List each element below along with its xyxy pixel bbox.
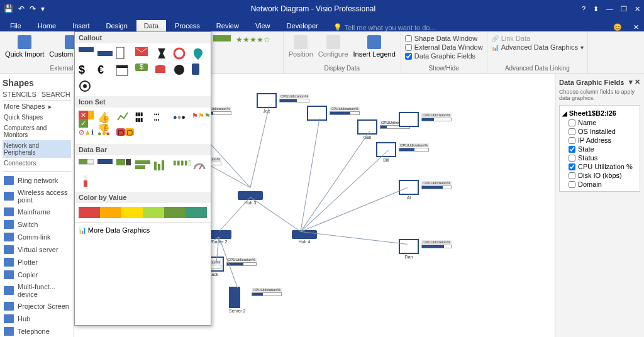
databar-item[interactable] [192, 159, 207, 172]
iconset-item[interactable]: ●●● [97, 128, 113, 140]
databar-item[interactable] [79, 159, 94, 172]
iconset-item[interactable]: ✕!✓ [79, 111, 94, 124]
insert-legend-button[interactable]: Insert Legend [352, 34, 397, 59]
more-data-graphics[interactable]: 📊 More Data Graphics [75, 222, 211, 238]
tell-me-search[interactable]: 💡 Tell me what you want to do... [333, 23, 436, 31]
cat-computers[interactable]: Computers and Monitors [3, 123, 71, 140]
shape-stencil-item[interactable]: Hub [3, 312, 71, 325]
shape-stencil-item[interactable]: Multi-funct... device [3, 281, 71, 300]
field-checkbox[interactable]: OS Installed [562, 127, 637, 136]
diagram-node[interactable]: Dan [399, 239, 419, 259]
databar-item[interactable] [135, 159, 150, 172]
callout-item[interactable] [173, 64, 188, 76]
search-tab[interactable]: SEARCH [42, 91, 70, 98]
shape-stencil-item[interactable]: Wireless access point [3, 187, 71, 206]
field-checkbox[interactable]: Domain [562, 180, 637, 189]
help-icon[interactable]: ? [582, 5, 586, 13]
shape-stencil-item[interactable]: Copier [3, 268, 71, 281]
iconset-item[interactable]: ▪▪▪▪▪▪ [154, 111, 169, 124]
shape-stencil-item[interactable]: Ring network [3, 174, 71, 187]
databar-item[interactable]: ▮▮▮▮▯ [173, 159, 188, 172]
shape-stencil-item[interactable]: Telephone [3, 325, 71, 337]
databar-item[interactable] [116, 159, 131, 172]
iconset-item[interactable]: 👍👎 [97, 111, 113, 124]
callout-item[interactable] [116, 64, 131, 76]
diagram-node[interactable]: Joe [257, 93, 277, 113]
callout-item[interactable] [192, 64, 207, 76]
emoji-icon[interactable]: 😊 [608, 23, 627, 31]
iconset-item[interactable]: ⚑⚑⚑ [192, 111, 207, 124]
shape-stencil-item[interactable]: Projector Screen [3, 300, 71, 312]
diagram-node[interactable]: Server 2 [229, 287, 245, 313]
tab-home[interactable]: Home [30, 20, 64, 31]
iconset-item[interactable] [116, 111, 131, 124]
undo-icon[interactable]: ↶ [18, 4, 25, 13]
tab-process[interactable]: Process [167, 20, 208, 31]
shape-data-window-checkbox[interactable]: Shape Data Window [405, 34, 483, 43]
quick-import-button[interactable]: Quick Import [4, 34, 45, 59]
data-graphic-fields-checkbox[interactable]: Data Graphic Fields [405, 52, 483, 60]
shape-stencil-item[interactable]: Plotter [3, 256, 71, 268]
callout-item[interactable]: $ [135, 64, 150, 76]
field-checkbox[interactable]: CPU Utilization % [562, 162, 637, 171]
field-checkbox[interactable]: Status [562, 153, 637, 162]
color-scale[interactable] [79, 207, 207, 218]
iconset-item[interactable]: ▢▢ [116, 128, 131, 140]
external-data-window-checkbox[interactable]: External Data Window [405, 43, 483, 52]
callout-item[interactable] [97, 47, 113, 60]
callout-item[interactable] [154, 64, 169, 76]
shape-stencil-item[interactable]: Switch [3, 218, 71, 231]
iconset-item[interactable]: ⊘▲ℹ [79, 128, 94, 140]
callout-item[interactable]: € [97, 64, 113, 76]
callout-item[interactable]: $ [79, 64, 94, 76]
callout-item[interactable] [135, 47, 150, 60]
save-icon[interactable]: 💾 [4, 4, 13, 13]
callout-item[interactable] [192, 47, 207, 60]
tab-review[interactable]: Review [209, 20, 247, 31]
minimize-icon[interactable]: — [606, 5, 613, 13]
ribbon-collapse-icon[interactable]: ⬍ [593, 5, 599, 13]
connector-line[interactable] [250, 197, 301, 232]
tab-insert[interactable]: Insert [65, 20, 97, 31]
callout-item[interactable] [116, 47, 131, 60]
databar-item[interactable] [154, 159, 169, 172]
callout-item[interactable] [173, 47, 188, 60]
callout-item[interactable] [154, 47, 169, 60]
tab-data[interactable]: Data [136, 20, 166, 31]
tab-file[interactable]: File [3, 20, 29, 31]
diagram-node[interactable] [307, 106, 327, 121]
more-shapes[interactable]: More Shapes ▸ [3, 101, 71, 112]
connector-line[interactable] [301, 118, 320, 231]
shape-stencil-item[interactable]: Mainframe [3, 206, 71, 218]
iconset-item[interactable]: ▮▮▮▮▮▮ [135, 111, 150, 124]
gallery-item[interactable]: ★★★★☆ [236, 35, 270, 44]
advanced-data-graphics-button[interactable]: 📊 Advanced Data Graphics ▾ [491, 43, 584, 52]
field-checkbox[interactable]: Disk IO (kbps) [562, 171, 637, 180]
gallery-item[interactable] [213, 35, 231, 41]
shape-stencil-item[interactable]: Comm-link [3, 231, 71, 243]
cat-quick-shapes[interactable]: Quick Shapes [3, 112, 71, 123]
callout-item[interactable] [79, 80, 94, 92]
diagram-node[interactable]: Gail [357, 119, 377, 140]
databar-item[interactable] [97, 159, 113, 172]
redo-icon[interactable]: ↷ [30, 4, 36, 13]
field-checkbox[interactable]: IP Address [562, 136, 637, 145]
tab-view[interactable]: View [248, 20, 278, 31]
connector-line[interactable] [301, 150, 389, 232]
tab-design[interactable]: Design [99, 20, 135, 31]
connector-line[interactable] [301, 187, 408, 232]
data-source[interactable]: ◢ Sheet1$B2:I26 [562, 108, 637, 118]
maximize-icon[interactable]: ❐ [621, 5, 627, 13]
panel-controls[interactable]: ▾ ✕ [629, 78, 640, 86]
field-checkbox[interactable]: Name [562, 118, 637, 127]
iconset-item[interactable]: ●●● [173, 111, 188, 124]
callout-item[interactable] [79, 47, 94, 60]
share-icon[interactable]: ✕ [628, 23, 644, 31]
diagram-node[interactable] [399, 112, 419, 128]
connector-line[interactable] [219, 197, 251, 232]
shape-stencil-item[interactable]: Virtual server [3, 243, 71, 256]
stencils-tab[interactable]: STENCILS [3, 91, 36, 98]
databar-item[interactable] [79, 175, 94, 188]
connector-line[interactable] [250, 106, 270, 187]
cat-connectors[interactable]: Connectors [3, 158, 71, 168]
